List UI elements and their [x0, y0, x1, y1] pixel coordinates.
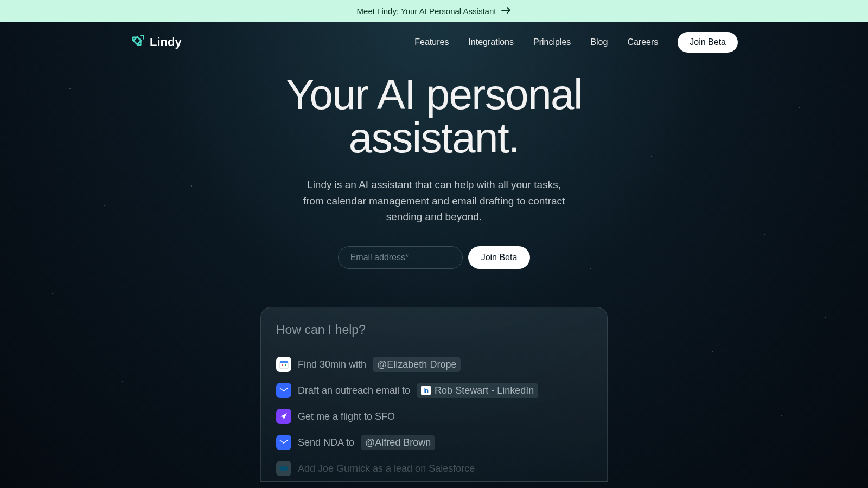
calendar-icon — [276, 357, 291, 372]
plane-icon — [276, 409, 291, 424]
hero-subtitle: Lindy is an AI assistant that can help w… — [282, 177, 586, 224]
logo-icon — [130, 34, 144, 51]
email-input[interactable] — [338, 246, 463, 269]
suggestion-text: Get me a flight to SFO — [298, 411, 395, 422]
hero-sub-line2: from calendar management and email draft… — [303, 195, 565, 207]
announcement-bar: Meet Lindy: Your AI Personal Assistant — [0, 0, 868, 22]
linkedin-name: Rob Stewart - LinkedIn — [435, 385, 534, 396]
announcement-text: Meet Lindy: Your AI Personal Assistant — [357, 7, 496, 16]
nav-link-careers[interactable]: Careers — [627, 37, 658, 47]
demo-card: How can I help? Find 30min with @Elizabe… — [260, 307, 608, 482]
arrow-right-icon — [501, 7, 511, 16]
nav-link-features[interactable]: Features — [414, 37, 449, 47]
suggestion-row-calendar[interactable]: Find 30min with @Elizabeth Drope — [276, 351, 592, 377]
nav-join-beta-button[interactable]: Join Beta — [678, 32, 738, 53]
brand-name: Lindy — [150, 35, 182, 49]
hero-title-line2: assistant. — [349, 114, 519, 162]
nav-link-integrations[interactable]: Integrations — [468, 37, 514, 47]
svg-rect-4 — [279, 387, 288, 394]
mention-tag-linkedin: in Rob Stewart - LinkedIn — [417, 383, 538, 398]
svg-rect-2 — [282, 364, 283, 366]
linkedin-icon: in — [421, 386, 431, 395]
hero-title-line1: Your AI personal — [286, 70, 582, 118]
salesforce-icon — [276, 461, 291, 476]
join-beta-button[interactable]: Join Beta — [468, 246, 531, 269]
hero-sub-line3: sending and beyond. — [386, 211, 482, 222]
svg-rect-5 — [279, 439, 288, 446]
hero-title: Your AI personal assistant. — [184, 73, 684, 159]
signup-form: Join Beta — [184, 246, 684, 269]
brand-logo[interactable]: Lindy — [130, 34, 182, 51]
mail-icon — [276, 383, 291, 398]
suggestion-text: Send NDA to — [298, 437, 354, 448]
svg-rect-1 — [280, 361, 288, 363]
mail-icon — [276, 435, 291, 450]
svg-point-6 — [279, 466, 288, 471]
suggestion-text: Draft an outreach email to — [298, 385, 410, 396]
nav-links: Features Integrations Principles Blog Ca… — [414, 32, 738, 53]
mention-tag: @Elizabeth Drope — [373, 357, 461, 372]
hero-sub-line1: Lindy is an AI assistant that can help w… — [307, 179, 561, 190]
main-nav: Lindy Features Integrations Principles B… — [108, 22, 760, 62]
suggestion-row-email[interactable]: Draft an outreach email to in Rob Stewar… — [276, 377, 592, 403]
demo-heading: How can I help? — [276, 323, 592, 337]
suggestion-row-salesforce[interactable]: Add Joe Gurnick as a lead on Salesforce — [276, 455, 592, 481]
suggestion-row-nda[interactable]: Send NDA to @Alfred Brown — [276, 429, 592, 455]
announcement-link[interactable]: Meet Lindy: Your AI Personal Assistant — [357, 7, 512, 16]
mention-tag: @Alfred Brown — [361, 435, 435, 450]
suggestion-row-flight[interactable]: Get me a flight to SFO — [276, 403, 592, 429]
svg-rect-3 — [285, 364, 286, 366]
hero-section: Your AI personal assistant. Lindy is an … — [163, 73, 705, 482]
suggestion-text: Add Joe Gurnick as a lead on Salesforce — [298, 463, 475, 474]
suggestion-text: Find 30min with — [298, 359, 366, 370]
nav-link-blog[interactable]: Blog — [590, 37, 608, 47]
nav-link-principles[interactable]: Principles — [533, 37, 571, 47]
